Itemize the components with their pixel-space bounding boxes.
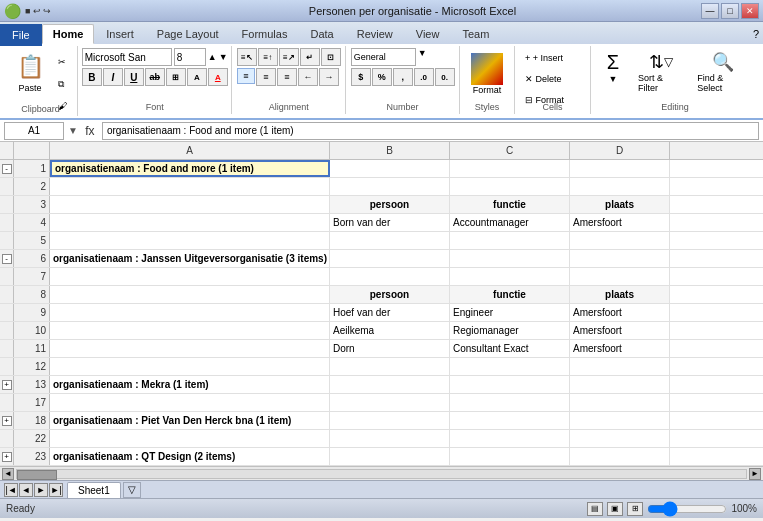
cell-d5[interactable]: [570, 232, 670, 249]
tab-home[interactable]: Home: [42, 24, 95, 44]
font-size-up-btn[interactable]: ▲: [208, 52, 217, 62]
percent-btn[interactable]: %: [372, 68, 392, 86]
cell-a17[interactable]: [50, 394, 330, 411]
window-controls[interactable]: — □ ✕: [701, 3, 759, 19]
cell-d4[interactable]: Amersfoort: [570, 214, 670, 231]
cell-b8-header[interactable]: persoon: [330, 286, 450, 303]
cell-a23[interactable]: organisatienaam : QT Design (2 items): [50, 448, 330, 465]
tab-page-layout[interactable]: Page Layout: [146, 24, 230, 44]
cell-b22[interactable]: [330, 430, 450, 447]
page-break-view-btn[interactable]: ⊞: [627, 502, 643, 516]
find-select-button[interactable]: 🔍 Find & Select: [692, 48, 753, 96]
align-left-btn[interactable]: ≡: [237, 68, 255, 84]
sum-button[interactable]: Σ ▼: [597, 48, 629, 96]
font-color-button[interactable]: A: [208, 68, 228, 86]
cell-c12[interactable]: [450, 358, 570, 375]
close-btn[interactable]: ✕: [741, 3, 759, 19]
cell-a8[interactable]: [50, 286, 330, 303]
cell-d6[interactable]: [570, 250, 670, 267]
cell-a18[interactable]: organisatienaam : Piet Van Den Herck bna…: [50, 412, 330, 429]
cell-a9[interactable]: [50, 304, 330, 321]
sheet-nav-prev-btn[interactable]: ◄: [19, 483, 33, 497]
cell-a4[interactable]: [50, 214, 330, 231]
sheet-nav-last-btn[interactable]: ►|: [49, 483, 63, 497]
cell-b9[interactable]: Hoef van der: [330, 304, 450, 321]
cell-d8-header[interactable]: plaats: [570, 286, 670, 303]
cut-button[interactable]: ✂: [53, 52, 72, 72]
formula-input[interactable]: [102, 122, 759, 140]
border-button[interactable]: ⊞: [166, 68, 186, 86]
cell-c5[interactable]: [450, 232, 570, 249]
h-scroll-thumb[interactable]: [17, 470, 57, 480]
outline-btn-row18[interactable]: +: [0, 412, 14, 429]
cell-a13[interactable]: organisatienaam : Mekra (1 item): [50, 376, 330, 393]
cell-b17[interactable]: [330, 394, 450, 411]
minimize-btn[interactable]: —: [701, 3, 719, 19]
cell-d13[interactable]: [570, 376, 670, 393]
horizontal-scrollbar[interactable]: ◄ ►: [0, 466, 763, 480]
outline-btn-row13[interactable]: +: [0, 376, 14, 393]
cell-b4[interactable]: Born van der: [330, 214, 450, 231]
cell-c10[interactable]: Regiomanager: [450, 322, 570, 339]
merge-btn[interactable]: ⊡: [321, 48, 341, 66]
cell-a2[interactable]: [50, 178, 330, 195]
tab-review[interactable]: Review: [346, 24, 404, 44]
font-name-input[interactable]: [82, 48, 172, 66]
h-scroll-track[interactable]: [16, 469, 747, 479]
outline-btn-row1[interactable]: -: [0, 160, 14, 177]
wrap-text-btn[interactable]: ↵: [300, 48, 320, 66]
cell-b6[interactable]: [330, 250, 450, 267]
cell-c17[interactable]: [450, 394, 570, 411]
styles-button[interactable]: Format: [466, 50, 508, 98]
cell-a1[interactable]: organisatienaam : Food and more (1 item): [50, 160, 330, 177]
outline-btn-row23[interactable]: +: [0, 448, 14, 465]
cell-d1[interactable]: [570, 160, 670, 177]
cell-d18[interactable]: [570, 412, 670, 429]
cell-a3[interactable]: [50, 196, 330, 213]
cell-a7[interactable]: [50, 268, 330, 285]
cell-d7[interactable]: [570, 268, 670, 285]
tab-view[interactable]: View: [405, 24, 451, 44]
cell-a12[interactable]: [50, 358, 330, 375]
cell-c13[interactable]: [450, 376, 570, 393]
cell-a6[interactable]: organisatienaam : Janssen Uitgeversorgan…: [50, 250, 330, 267]
tab-data[interactable]: Data: [299, 24, 344, 44]
cell-d11[interactable]: Amersfoort: [570, 340, 670, 357]
cell-d3-header[interactable]: plaats: [570, 196, 670, 213]
cell-a10[interactable]: [50, 322, 330, 339]
cell-b12[interactable]: [330, 358, 450, 375]
strikethrough-button[interactable]: ab: [145, 68, 165, 86]
cell-c23[interactable]: [450, 448, 570, 465]
cell-c18[interactable]: [450, 412, 570, 429]
indent-increase-btn[interactable]: →: [319, 68, 339, 86]
cell-d17[interactable]: [570, 394, 670, 411]
cell-a22[interactable]: [50, 430, 330, 447]
cell-d2[interactable]: [570, 178, 670, 195]
number-format-dropdown[interactable]: ▼: [418, 48, 427, 66]
font-size-input[interactable]: [174, 48, 206, 66]
comma-btn[interactable]: ,: [393, 68, 413, 86]
help-icon[interactable]: ?: [753, 28, 759, 40]
underline-button[interactable]: U: [124, 68, 144, 86]
fill-color-button[interactable]: A: [187, 68, 207, 86]
cell-d23[interactable]: [570, 448, 670, 465]
cell-c1[interactable]: [450, 160, 570, 177]
paste-button[interactable]: 📋 Paste: [9, 48, 51, 96]
zoom-slider[interactable]: [647, 501, 727, 517]
tab-team[interactable]: Team: [451, 24, 500, 44]
cell-d10[interactable]: Amersfoort: [570, 322, 670, 339]
sheet-tab-sheet1[interactable]: Sheet1: [67, 482, 121, 498]
align-center-btn[interactable]: ≡: [256, 68, 276, 86]
align-top-right-btn[interactable]: ≡↗: [279, 48, 299, 66]
sort-filter-button[interactable]: ⇅▽ Sort & Filter: [633, 48, 688, 96]
cell-d22[interactable]: [570, 430, 670, 447]
cell-b23[interactable]: [330, 448, 450, 465]
decimal-up-btn[interactable]: .0: [414, 68, 434, 86]
maximize-btn[interactable]: □: [721, 3, 739, 19]
outline-btn-row6[interactable]: -: [0, 250, 14, 267]
cell-b18[interactable]: [330, 412, 450, 429]
copy-button[interactable]: ⧉: [53, 74, 72, 94]
normal-view-btn[interactable]: ▤: [587, 502, 603, 516]
cell-c22[interactable]: [450, 430, 570, 447]
align-top-center-btn[interactable]: ≡↑: [258, 48, 278, 66]
